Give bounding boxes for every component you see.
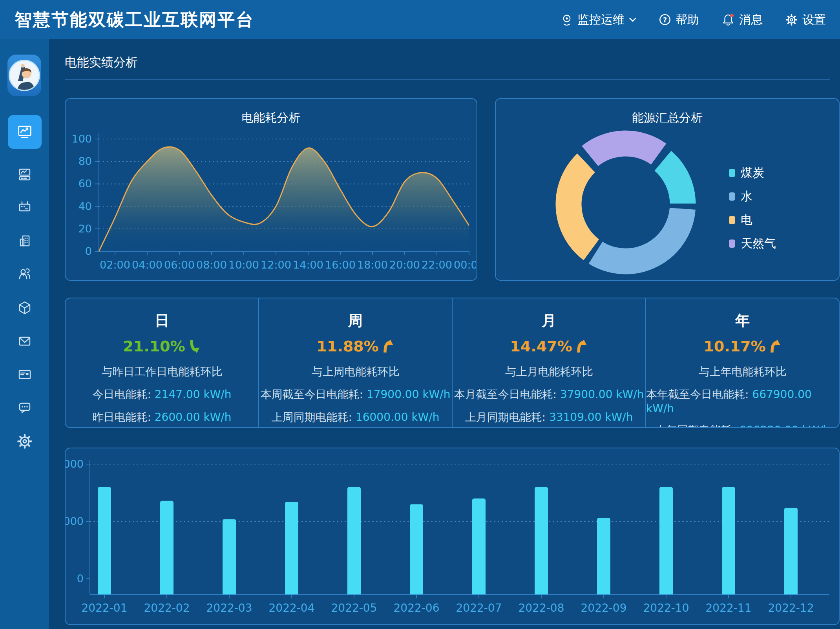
percent-value: 10.17% bbox=[703, 338, 765, 355]
svg-text:2022-10: 2022-10 bbox=[643, 602, 689, 614]
monthly-energy-bar-chart: 0500001000002022-012022-022022-032022-04… bbox=[66, 448, 838, 624]
app-header: 智慧节能双碳工业互联网平台 监控运维 ? 帮助 bbox=[0, 0, 840, 39]
sidebar-item-asset-cube[interactable] bbox=[17, 300, 33, 316]
legend-marker bbox=[729, 169, 735, 177]
legend-marker bbox=[729, 216, 735, 224]
svg-text:2022-02: 2022-02 bbox=[144, 602, 190, 614]
svg-text:100: 100 bbox=[71, 133, 92, 145]
svg-text:00:00: 00:00 bbox=[454, 259, 476, 271]
menu-item-messages[interactable]: 消息 bbox=[722, 12, 763, 28]
period-label: 月 bbox=[542, 311, 556, 331]
svg-text:2022-05: 2022-05 bbox=[331, 602, 377, 614]
bar-2022-08 bbox=[535, 487, 548, 594]
svg-text:2022-01: 2022-01 bbox=[82, 602, 128, 614]
stat-row: 上周同期电能耗: 16000.00 kW/h bbox=[272, 410, 440, 425]
percent-value: 11.88% bbox=[316, 338, 378, 355]
sidebar-item-mail[interactable] bbox=[17, 333, 33, 349]
trend-arrow-icon bbox=[770, 340, 782, 353]
comparison-desc: 与上年电能耗环比 bbox=[699, 364, 787, 379]
comparison-desc: 与上月电能耗环比 bbox=[505, 364, 593, 379]
stat-card-group: 日 21.10% 与昨日工作日电能耗环比 今日电能耗: 2147.00 kW/h… bbox=[65, 298, 840, 428]
svg-text:100000: 100000 bbox=[66, 458, 84, 470]
sidebar-item-gateway-device[interactable] bbox=[17, 200, 33, 216]
bar-2022-09 bbox=[597, 518, 610, 594]
svg-text:06:00: 06:00 bbox=[164, 259, 195, 271]
menu-item-label: 设置 bbox=[802, 12, 826, 28]
legend-label: 水 bbox=[741, 188, 752, 205]
sidebar-item-billing-card[interactable] bbox=[17, 367, 33, 382]
stat-value: 33109.00 kW/h bbox=[549, 411, 633, 424]
energy-summary-donut-chart bbox=[496, 126, 838, 280]
stat-value: 2600.00 kW/h bbox=[155, 411, 232, 424]
bar-2022-05 bbox=[347, 487, 361, 594]
svg-text:60: 60 bbox=[79, 177, 92, 190]
stat-row: 本周截至今日电能耗: 17900.00 kW/h bbox=[261, 387, 451, 402]
period-label: 年 bbox=[735, 311, 750, 331]
donut-slice-煤炭 bbox=[654, 150, 696, 204]
legend-item[interactable]: 煤炭 bbox=[729, 165, 776, 181]
donut-slice-水 bbox=[588, 207, 696, 275]
app-title: 智慧节能双碳工业互联网平台 bbox=[15, 8, 254, 31]
stat-row: 昨日电能耗: 2600.00 kW/h bbox=[92, 410, 231, 425]
donut-slice-天然气 bbox=[581, 130, 667, 167]
svg-text:04:00: 04:00 bbox=[132, 259, 163, 271]
sidebar-item-settings-gear[interactable] bbox=[17, 433, 33, 449]
sidebar-item-user-group[interactable] bbox=[17, 267, 33, 282]
svg-text:08:00: 08:00 bbox=[196, 259, 227, 271]
line-chart-monitor-icon bbox=[16, 123, 33, 141]
sidebar-item-enterprise-building[interactable] bbox=[17, 233, 33, 249]
bar-2022-07 bbox=[472, 499, 486, 594]
menu-item-monitor-ops[interactable]: 监控运维 bbox=[561, 12, 636, 28]
bar-2022-11 bbox=[722, 487, 735, 594]
stat-value: 17900.00 kW/h bbox=[367, 388, 451, 401]
svg-text:12:00: 12:00 bbox=[261, 259, 291, 271]
menu-item-settings[interactable]: 设置 bbox=[785, 12, 826, 28]
svg-text:2022-04: 2022-04 bbox=[269, 602, 315, 614]
period-label: 周 bbox=[348, 311, 363, 331]
page-title: 电能实绩分析 bbox=[65, 54, 840, 71]
avatar bbox=[9, 60, 40, 91]
title-divider bbox=[65, 79, 830, 80]
percent-row: 21.10% bbox=[123, 338, 201, 355]
svg-text:20: 20 bbox=[79, 223, 92, 235]
stat-card-year: 年 10.17% 与上年电能耗环比 本年截至今日电能耗: 667900.00 k… bbox=[646, 298, 839, 427]
menu-item-label: 消息 bbox=[739, 12, 763, 28]
stat-row: 上年同期电能耗: 606230.00 kW/h bbox=[655, 423, 830, 428]
legend-item[interactable]: 水 bbox=[729, 188, 776, 205]
sidebar-item-analysis-monitor[interactable] bbox=[8, 115, 42, 149]
chevron-down-icon bbox=[629, 18, 636, 22]
svg-text:02:00: 02:00 bbox=[100, 259, 130, 271]
svg-text:2022-12: 2022-12 bbox=[768, 602, 814, 614]
bar-2022-06 bbox=[410, 504, 423, 594]
notification-badge bbox=[730, 14, 734, 17]
users-icon bbox=[17, 267, 33, 282]
energy-consumption-line-panel: 电能耗分析 02040608010002:0004:0006:0008:0010… bbox=[65, 98, 477, 281]
gear-icon bbox=[17, 433, 33, 449]
line-chart-title: 电能耗分析 bbox=[66, 99, 477, 126]
svg-text:2022-09: 2022-09 bbox=[581, 602, 627, 614]
svg-text:80: 80 bbox=[79, 155, 92, 167]
svg-text:?: ? bbox=[663, 16, 667, 24]
monthly-energy-bar-panel: 0500001000002022-012022-022022-032022-04… bbox=[65, 448, 840, 625]
user-avatar[interactable] bbox=[7, 55, 41, 96]
legend-item[interactable]: 天然气 bbox=[729, 236, 776, 252]
credit-card-icon bbox=[17, 367, 33, 382]
building-icon bbox=[17, 233, 33, 249]
header-menu: 监控运维 ? 帮助 消息 bbox=[561, 12, 826, 28]
donut-chart-title: 能源汇总分析 bbox=[496, 99, 839, 126]
trend-arrow-icon bbox=[383, 340, 394, 353]
svg-text:2022-11: 2022-11 bbox=[706, 602, 752, 614]
energy-summary-donut-panel: 能源汇总分析 煤炭水电天然气 bbox=[495, 98, 840, 281]
sidebar-item-message-chat[interactable] bbox=[17, 400, 33, 416]
menu-item-help[interactable]: ? 帮助 bbox=[659, 12, 699, 28]
stat-value: 2147.00 kW/h bbox=[155, 388, 232, 401]
legend-item[interactable]: 电 bbox=[729, 212, 776, 228]
comparison-desc: 与昨日工作日电能耗环比 bbox=[102, 364, 223, 379]
sidebar-item-dashboard-panels[interactable] bbox=[17, 166, 33, 182]
cube-icon bbox=[17, 300, 33, 316]
sidebar bbox=[0, 39, 49, 629]
trend-arrow-icon bbox=[576, 340, 588, 353]
percent-row: 14.47% bbox=[510, 338, 588, 355]
energy-consumption-line-chart: 02040608010002:0004:0006:0008:0010:0012:… bbox=[66, 126, 476, 280]
legend-label: 天然气 bbox=[741, 236, 776, 252]
